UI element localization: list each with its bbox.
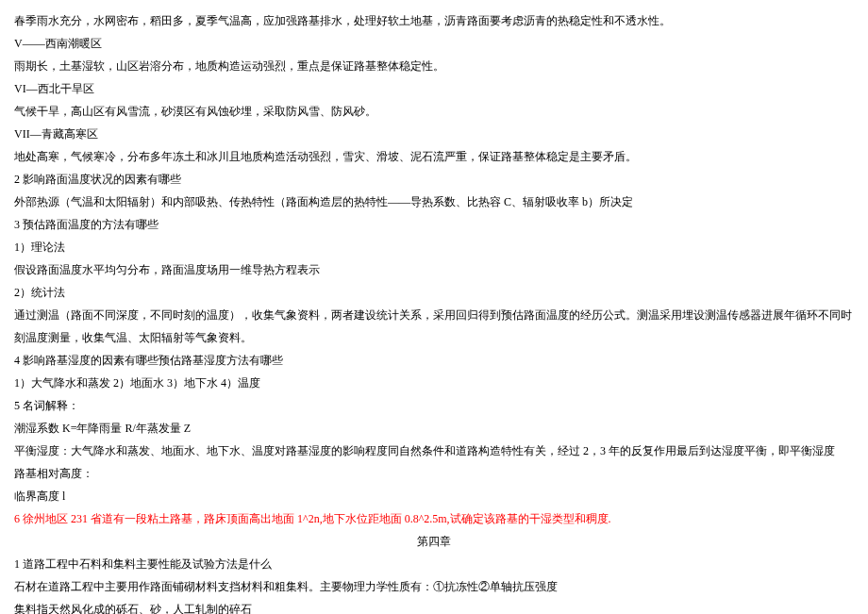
text-line: 1）大气降水和蒸发 2）地面水 3）地下水 4）温度 [14, 372, 854, 394]
text-line: 4 影响路基湿度的因素有哪些预估路基湿度方法有哪些 [14, 349, 854, 372]
text-line: 2）统计法 [14, 281, 854, 304]
text-line: 潮湿系数 K=年降雨量 R/年蒸发量 Z [14, 417, 854, 440]
text-line: 假设路面温度水平均匀分布，路面温度场用一维导热方程表示 [14, 258, 854, 281]
text-line: 6 徐州地区 231 省道有一段粘土路基，路床顶面高出地面 1^2n,地下水位距… [14, 507, 854, 530]
text-line: 雨期长，土基湿软，山区岩溶分布，地质构造运动强烈，重点是保证路基整体稳定性。 [14, 55, 854, 77]
text-line: 外部热源（气温和太阳辐射）和内部吸热、传热特性（路面构造层的热特性——导热系数、… [14, 191, 854, 213]
text-line: VI—西北干旱区 [14, 77, 854, 100]
text-line: 2 影响路面温度状况的因素有哪些 [14, 168, 854, 191]
text-line: 平衡湿度：大气降水和蒸发、地面水、地下水、温度对路基湿度的影响程度同自然条件和道… [14, 440, 854, 462]
text-line: 5 名词解释： [14, 394, 854, 417]
text-line: 气候干旱，高山区有风雪流，砂漠区有风蚀砂埋，采取防风雪、防风砂。 [14, 100, 854, 123]
text-line: 1）理论法 [14, 236, 854, 258]
text-line: 路基相对高度： [14, 462, 854, 485]
text-line: 3 预估路面温度的方法有哪些 [14, 213, 854, 236]
text-line: V——西南潮暖区 [14, 32, 854, 55]
text-line: 春季雨水充分，水网密布，稻田多，夏季气温高，应加强路基排水，处理好软土地基，沥青… [14, 9, 854, 32]
text-line: VII—青藏高寒区 [14, 123, 854, 145]
text-line: 通过测温（路面不同深度，不同时刻的温度），收集气象资料，两者建设统计关系，采用回… [14, 304, 854, 349]
text-line: 临界高度 l [14, 485, 854, 507]
text-line: 石材在道路工程中主要用作路面铺砌材料支挡材料和粗集料。主要物理力学性质有：①抗冻… [14, 575, 854, 598]
text-line: 第四章 [14, 530, 854, 553]
text-line: 1 道路工程中石料和集料主要性能及试验方法是什么 [14, 553, 854, 575]
text-line: 集料指天然风化成的砾石、砂，人工轧制的碎石 [14, 598, 854, 614]
text-line: 地处高寒，气候寒冷，分布多年冻土和冰川且地质构造活动强烈，雪灾、滑坡、泥石流严重… [14, 145, 854, 168]
